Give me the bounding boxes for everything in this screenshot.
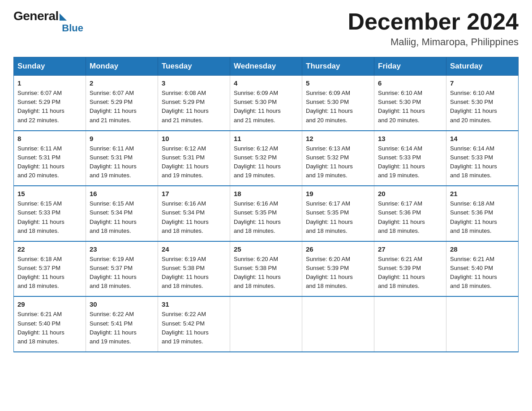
day-number: 31 — [162, 300, 226, 308]
day-number: 9 — [90, 135, 154, 142]
week-row-2: 8 Sunrise: 6:11 AM Sunset: 5:31 PM Dayli… — [14, 131, 519, 186]
day-info: Sunrise: 6:18 AM Sunset: 5:36 PM Dayligh… — [450, 199, 515, 235]
calendar-header: SundayMondayTuesdayWednesdayThursdayFrid… — [14, 57, 519, 76]
day-cell: 8 Sunrise: 6:11 AM Sunset: 5:31 PM Dayli… — [14, 131, 86, 186]
day-cell: 15 Sunrise: 6:15 AM Sunset: 5:33 PM Dayl… — [14, 186, 86, 241]
logo-blue-text: Blue — [62, 22, 83, 34]
day-number: 30 — [90, 300, 154, 308]
day-number: 25 — [234, 245, 298, 253]
week-row-1: 1 Sunrise: 6:07 AM Sunset: 5:29 PM Dayli… — [14, 76, 519, 131]
day-number: 4 — [234, 79, 298, 87]
header-thursday: Thursday — [302, 57, 374, 76]
day-number: 14 — [450, 135, 515, 142]
day-number: 5 — [306, 79, 370, 87]
day-info: Sunrise: 6:19 AM Sunset: 5:37 PM Dayligh… — [90, 255, 154, 291]
day-info: Sunrise: 6:07 AM Sunset: 5:29 PM Dayligh… — [17, 89, 82, 125]
day-cell: 10 Sunrise: 6:12 AM Sunset: 5:31 PM Dayl… — [158, 131, 230, 186]
day-number: 19 — [306, 190, 370, 197]
day-info: Sunrise: 6:15 AM Sunset: 5:33 PM Dayligh… — [17, 199, 82, 235]
day-info: Sunrise: 6:10 AM Sunset: 5:30 PM Dayligh… — [378, 89, 442, 125]
day-number: 6 — [378, 79, 442, 87]
day-number: 23 — [90, 245, 154, 253]
day-info: Sunrise: 6:17 AM Sunset: 5:35 PM Dayligh… — [306, 199, 370, 235]
day-cell: 26 Sunrise: 6:20 AM Sunset: 5:39 PM Dayl… — [302, 241, 374, 297]
day-number: 18 — [234, 190, 298, 197]
day-info: Sunrise: 6:21 AM Sunset: 5:39 PM Dayligh… — [378, 255, 442, 291]
day-info: Sunrise: 6:14 AM Sunset: 5:33 PM Dayligh… — [450, 144, 515, 180]
day-number: 28 — [450, 245, 515, 253]
day-info: Sunrise: 6:16 AM Sunset: 5:34 PM Dayligh… — [162, 199, 226, 235]
day-cell: 9 Sunrise: 6:11 AM Sunset: 5:31 PM Dayli… — [86, 131, 158, 186]
day-info: Sunrise: 6:12 AM Sunset: 5:31 PM Dayligh… — [162, 144, 226, 180]
day-info: Sunrise: 6:11 AM Sunset: 5:31 PM Dayligh… — [90, 144, 154, 180]
day-info: Sunrise: 6:11 AM Sunset: 5:31 PM Dayligh… — [17, 144, 82, 180]
day-cell: 22 Sunrise: 6:18 AM Sunset: 5:37 PM Dayl… — [14, 241, 86, 297]
day-number: 20 — [378, 190, 442, 197]
day-number: 22 — [17, 245, 82, 253]
day-info: Sunrise: 6:20 AM Sunset: 5:39 PM Dayligh… — [306, 255, 370, 291]
day-cell: 13 Sunrise: 6:14 AM Sunset: 5:33 PM Dayl… — [374, 131, 446, 186]
day-cell: 12 Sunrise: 6:13 AM Sunset: 5:32 PM Dayl… — [302, 131, 374, 186]
day-number: 26 — [306, 245, 370, 253]
day-number: 16 — [90, 190, 154, 197]
calendar-body: 1 Sunrise: 6:07 AM Sunset: 5:29 PM Dayli… — [14, 76, 519, 352]
day-cell: 4 Sunrise: 6:09 AM Sunset: 5:30 PM Dayli… — [230, 76, 302, 131]
day-info: Sunrise: 6:13 AM Sunset: 5:32 PM Dayligh… — [306, 144, 370, 180]
day-number: 27 — [378, 245, 442, 253]
day-info: Sunrise: 6:12 AM Sunset: 5:32 PM Dayligh… — [234, 144, 298, 180]
day-number: 29 — [17, 300, 82, 308]
day-number: 2 — [90, 79, 154, 87]
day-cell: 21 Sunrise: 6:18 AM Sunset: 5:36 PM Dayl… — [446, 186, 519, 241]
day-cell: 6 Sunrise: 6:10 AM Sunset: 5:30 PM Dayli… — [374, 76, 446, 131]
day-cell: 5 Sunrise: 6:09 AM Sunset: 5:30 PM Dayli… — [302, 76, 374, 131]
logo-arrow-icon — [60, 13, 67, 21]
day-cell: 17 Sunrise: 6:16 AM Sunset: 5:34 PM Dayl… — [158, 186, 230, 241]
day-info: Sunrise: 6:09 AM Sunset: 5:30 PM Dayligh… — [234, 89, 298, 125]
day-number: 7 — [450, 79, 515, 87]
header-monday: Monday — [86, 57, 158, 76]
day-cell: 25 Sunrise: 6:20 AM Sunset: 5:38 PM Dayl… — [230, 241, 302, 297]
day-info: Sunrise: 6:10 AM Sunset: 5:30 PM Dayligh… — [450, 89, 515, 125]
day-cell: 31 Sunrise: 6:22 AM Sunset: 5:42 PM Dayl… — [158, 296, 230, 352]
day-cell: 29 Sunrise: 6:21 AM Sunset: 5:40 PM Dayl… — [14, 296, 86, 352]
day-number: 15 — [17, 190, 82, 197]
day-cell — [374, 296, 446, 352]
header-sunday: Sunday — [14, 57, 86, 76]
day-number: 21 — [450, 190, 515, 197]
day-number: 1 — [17, 79, 82, 87]
day-info: Sunrise: 6:15 AM Sunset: 5:34 PM Dayligh… — [90, 199, 154, 235]
day-cell: 28 Sunrise: 6:21 AM Sunset: 5:40 PM Dayl… — [446, 241, 519, 297]
day-number: 3 — [162, 79, 226, 87]
logo: General General Blue — [13, 9, 83, 37]
header-row: SundayMondayTuesdayWednesdayThursdayFrid… — [14, 57, 519, 76]
day-info: Sunrise: 6:14 AM Sunset: 5:33 PM Dayligh… — [378, 144, 442, 180]
day-cell: 19 Sunrise: 6:17 AM Sunset: 5:35 PM Dayl… — [302, 186, 374, 241]
page-header: General General Blue December 2024 Malii… — [13, 9, 519, 48]
day-info: Sunrise: 6:21 AM Sunset: 5:40 PM Dayligh… — [17, 310, 82, 346]
day-number: 17 — [162, 190, 226, 197]
day-info: Sunrise: 6:22 AM Sunset: 5:42 PM Dayligh… — [162, 310, 226, 346]
logo-general-text: General — [13, 9, 59, 23]
day-cell: 11 Sunrise: 6:12 AM Sunset: 5:32 PM Dayl… — [230, 131, 302, 186]
title-area: December 2024 Maliig, Mimaropa, Philippi… — [348, 9, 519, 48]
day-number: 12 — [306, 135, 370, 142]
day-info: Sunrise: 6:19 AM Sunset: 5:38 PM Dayligh… — [162, 255, 226, 291]
day-info: Sunrise: 6:07 AM Sunset: 5:29 PM Dayligh… — [90, 89, 154, 125]
day-cell: 2 Sunrise: 6:07 AM Sunset: 5:29 PM Dayli… — [86, 76, 158, 131]
location-text: Maliig, Mimaropa, Philippines — [348, 36, 519, 48]
day-cell: 30 Sunrise: 6:22 AM Sunset: 5:41 PM Dayl… — [86, 296, 158, 352]
day-cell: 23 Sunrise: 6:19 AM Sunset: 5:37 PM Dayl… — [86, 241, 158, 297]
day-info: Sunrise: 6:20 AM Sunset: 5:38 PM Dayligh… — [234, 255, 298, 291]
day-cell — [230, 296, 302, 352]
day-info: Sunrise: 6:18 AM Sunset: 5:37 PM Dayligh… — [17, 255, 82, 291]
day-number: 13 — [378, 135, 442, 142]
day-info: Sunrise: 6:21 AM Sunset: 5:40 PM Dayligh… — [450, 255, 515, 291]
day-info: Sunrise: 6:08 AM Sunset: 5:29 PM Dayligh… — [162, 89, 226, 125]
day-cell: 20 Sunrise: 6:17 AM Sunset: 5:36 PM Dayl… — [374, 186, 446, 241]
header-friday: Friday — [374, 57, 446, 76]
week-row-5: 29 Sunrise: 6:21 AM Sunset: 5:40 PM Dayl… — [14, 296, 519, 352]
day-cell: 7 Sunrise: 6:10 AM Sunset: 5:30 PM Dayli… — [446, 76, 519, 131]
day-cell: 1 Sunrise: 6:07 AM Sunset: 5:29 PM Dayli… — [14, 76, 86, 131]
header-tuesday: Tuesday — [158, 57, 230, 76]
week-row-3: 15 Sunrise: 6:15 AM Sunset: 5:33 PM Dayl… — [14, 186, 519, 241]
